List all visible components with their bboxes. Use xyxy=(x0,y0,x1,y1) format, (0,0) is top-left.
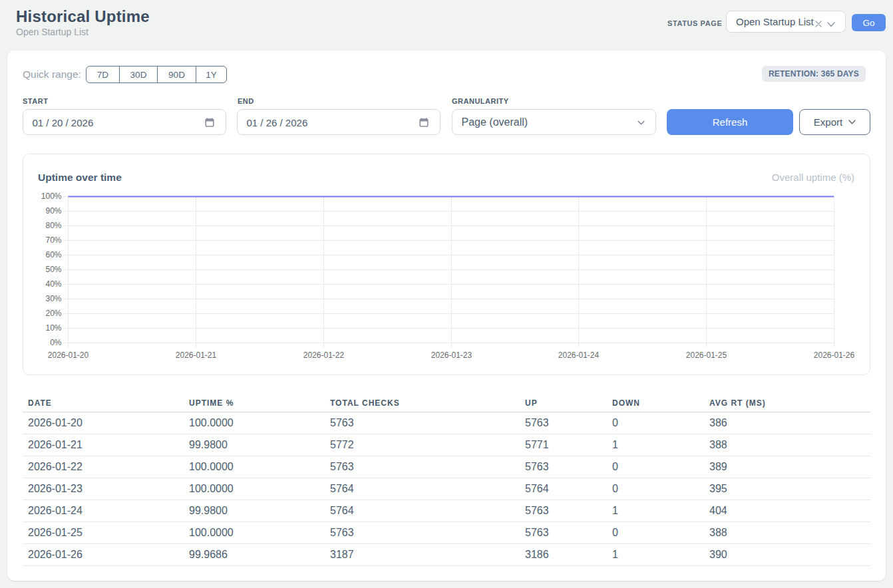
svg-text:2026-01-26: 2026-01-26 xyxy=(814,351,855,360)
svg-text:0%: 0% xyxy=(50,338,62,347)
svg-text:2026-01-20: 2026-01-20 xyxy=(48,351,89,360)
svg-text:80%: 80% xyxy=(45,221,61,230)
svg-text:100%: 100% xyxy=(41,192,62,201)
svg-text:30%: 30% xyxy=(45,294,61,303)
svg-text:20%: 20% xyxy=(45,309,61,318)
svg-text:70%: 70% xyxy=(45,235,61,245)
svg-text:10%: 10% xyxy=(45,323,61,333)
svg-text:60%: 60% xyxy=(45,250,61,259)
svg-text:40%: 40% xyxy=(45,279,61,289)
svg-text:2026-01-23: 2026-01-23 xyxy=(431,351,472,360)
svg-text:90%: 90% xyxy=(45,206,61,216)
svg-text:50%: 50% xyxy=(45,265,61,274)
svg-text:2026-01-22: 2026-01-22 xyxy=(303,351,345,360)
svg-text:2026-01-24: 2026-01-24 xyxy=(558,351,600,360)
svg-text:2026-01-21: 2026-01-21 xyxy=(176,351,217,360)
svg-text:2026-01-25: 2026-01-25 xyxy=(686,351,727,360)
